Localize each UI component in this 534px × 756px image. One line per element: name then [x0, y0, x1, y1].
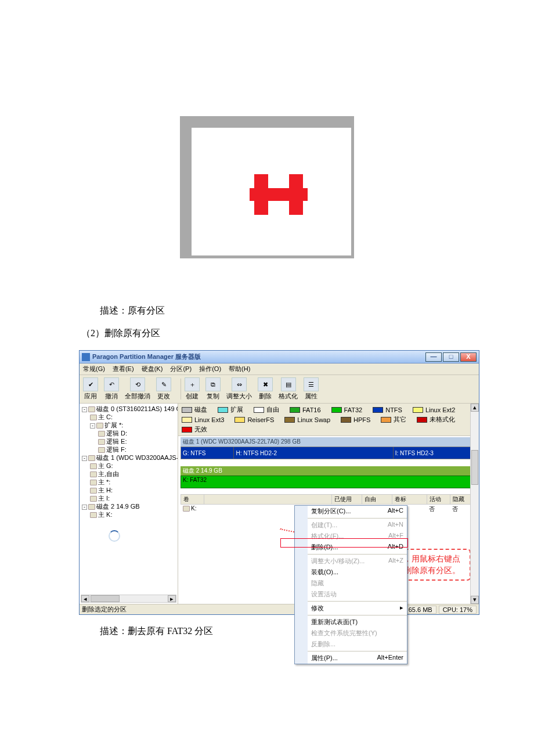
main-panel: 磁盘 扩展 自由 FAT16 FAT32 NTFS Linux Ext2 Lin…	[178, 404, 479, 604]
caption-delete-fat32: 描述：删去原有 FAT32 分区	[81, 625, 453, 638]
tool-undo[interactable]: ↶撤消	[104, 377, 119, 401]
format-icon: ▤	[281, 377, 296, 391]
tool-apply-label: 应用	[84, 392, 97, 401]
loading-icon	[109, 530, 120, 542]
menu-general[interactable]: 常规(G)	[83, 365, 105, 372]
tool-props[interactable]: ☰属性	[304, 377, 319, 401]
tool-format-label: 格式化	[279, 392, 298, 401]
tree-disk1[interactable]: -磁盘 1 (WDC WD3200AAJS-22L7)	[80, 453, 178, 462]
create-icon: ＋	[185, 377, 200, 391]
tree-disk0[interactable]: -磁盘 0 (ST3160211AS) 149 GB	[80, 405, 178, 413]
ctx-create: 创建(T)...Alt+N	[308, 520, 407, 531]
tool-change[interactable]: ✎更改	[156, 377, 171, 401]
disk2-row: 磁盘 2 14.9 GB K: FAT32	[181, 466, 477, 488]
disk1-bar[interactable]: G: NTFS H: NTFS HD2-2 I: NTFS HD2-3	[181, 447, 477, 459]
disk1-row: 磁盘 1 (WDC WD3200AAJS-22L7A0) 298 GB G: N…	[181, 437, 477, 459]
tree-hscrollbar[interactable]: ◂▸	[81, 595, 176, 603]
tree-item[interactable]: 逻辑 D:	[80, 429, 178, 437]
statusbar: 删除选定的分区 65.6 MB CPU: 17%	[80, 604, 479, 614]
undo-icon: ↶	[104, 377, 119, 391]
ctx-props[interactable]: 属性(P)...Alt+Enter	[308, 653, 407, 664]
caption-original-partition: 描述：原有分区	[81, 305, 453, 317]
main-vscrollbar[interactable]: ▴▾	[470, 404, 479, 604]
tree-item[interactable]: 主 G:	[80, 462, 178, 470]
props-icon: ☰	[304, 377, 319, 391]
close-button[interactable]: X	[460, 352, 477, 362]
tree-item[interactable]: 主 H:	[80, 486, 178, 494]
tool-delete[interactable]: ✖删除	[258, 377, 273, 401]
menu-partition[interactable]: 分区(P)	[170, 365, 192, 372]
step2-heading: （2）删除原有分区	[81, 327, 453, 340]
app-icon	[82, 353, 90, 361]
tool-resize-label: 调整大小	[226, 392, 252, 401]
change-icon: ✎	[156, 377, 171, 391]
ctx-copy[interactable]: 复制分区(C)...Alt+C	[308, 506, 407, 517]
ctx-setactive: 设置活动	[308, 589, 407, 600]
apply-icon: ✔	[83, 377, 98, 391]
tool-copy-label: 复制	[207, 392, 219, 401]
context-menu[interactable]: 复制分区(C)...Alt+C 创建(T)...Alt+N 格式化(F)...A…	[294, 505, 407, 664]
disk1-header: 磁盘 1 (WDC WD3200AAJS-22L7A0) 298 GB	[181, 437, 477, 447]
undoall-icon: ⟲	[130, 377, 145, 391]
tool-create-label: 创建	[186, 392, 199, 401]
tool-delete-label: 删除	[259, 392, 272, 401]
delete-icon: ✖	[258, 377, 273, 391]
titlebar[interactable]: Paragon Partition Manager 服务器版 — □ X	[80, 351, 479, 363]
broken-image-placeholder	[180, 116, 354, 258]
tool-props-label: 属性	[305, 392, 317, 401]
partition-manager-window: Paragon Partition Manager 服务器版 — □ X 常规(…	[79, 350, 479, 615]
disk2-header: 磁盘 2 14.9 GB	[181, 466, 477, 476]
status-text: 删除选定的分区	[82, 605, 127, 614]
tool-undoall[interactable]: ⟲全部撤消	[125, 377, 150, 401]
disk-tree[interactable]: -磁盘 0 (ST3160211AS) 149 GB 主 C: -扩展 *: 逻…	[80, 404, 178, 604]
tree-item[interactable]: 主,自由	[80, 470, 178, 478]
status-mem: 65.6 MB	[405, 606, 436, 614]
tree-item[interactable]: -扩展 *:	[80, 421, 178, 429]
tree-disk2[interactable]: -磁盘 2 14.9 GB	[80, 502, 178, 510]
status-cpu: CPU: 17%	[439, 606, 477, 614]
ctx-modify[interactable]: 修改▸	[308, 603, 407, 614]
menu-disk[interactable]: 硬盘(K)	[142, 365, 163, 372]
tree-item[interactable]: 主 *:	[80, 478, 178, 486]
tool-undoall-label: 全部撤消	[125, 392, 150, 401]
tree-item[interactable]: 逻辑 F:	[80, 445, 178, 453]
window-title: Paragon Partition Manager 服务器版	[92, 352, 201, 361]
resize-icon: ⇔	[232, 377, 247, 391]
tree-item[interactable]: 主 I:	[80, 494, 178, 502]
menu-view[interactable]: 查看(E)	[113, 365, 134, 372]
tree-item[interactable]: 主 C:	[80, 413, 178, 421]
copy-icon: ⧉	[205, 377, 221, 391]
ctx-hide: 隐藏	[308, 578, 407, 589]
disk2-k-partition[interactable]: K: FAT32	[181, 476, 477, 488]
maximize-button[interactable]: □	[443, 352, 459, 362]
menu-action[interactable]: 操作(O)	[199, 365, 221, 372]
fs-legend: 磁盘 扩展 自由 FAT16 FAT32 NTFS Linux Ext2 Lin…	[178, 404, 479, 436]
tool-change-label: 更改	[157, 392, 170, 401]
menubar: 常规(G) 查看(E) 硬盘(K) 分区(P) 操作(O) 帮助(H)	[80, 363, 479, 375]
tool-copy[interactable]: ⧉复制	[205, 377, 221, 401]
menu-help[interactable]: 帮助(H)	[229, 365, 250, 372]
tool-resize[interactable]: ⇔调整大小	[226, 377, 252, 401]
tree-item[interactable]: 逻辑 E:	[80, 437, 178, 445]
tool-apply[interactable]: ✔应用	[83, 377, 98, 401]
ctx-format: 格式化(F)...Alt+F	[308, 531, 407, 542]
tool-undo-label: 撤消	[105, 392, 118, 401]
ctx-undel: 反删除...	[308, 639, 407, 650]
tree-item[interactable]: 主 K:	[80, 510, 178, 519]
toolbar-separator	[181, 379, 181, 399]
ctx-resize: 调整大小/移动(Z)...Alt+Z	[308, 556, 407, 567]
tool-create[interactable]: ＋创建	[185, 377, 200, 401]
ctx-mount[interactable]: 装载(O)...	[308, 567, 407, 578]
ctx-delete[interactable]: 删除(D)...Alt+D	[308, 542, 407, 553]
toolbar: ✔应用 ↶撤消 ⟲全部撤消 ✎更改 ＋创建 ⧉复制 ⇔调整大小 ✖删除 ▤格式化…	[80, 375, 479, 404]
minimize-button[interactable]: —	[425, 352, 442, 362]
tool-format[interactable]: ▤格式化	[279, 377, 298, 401]
